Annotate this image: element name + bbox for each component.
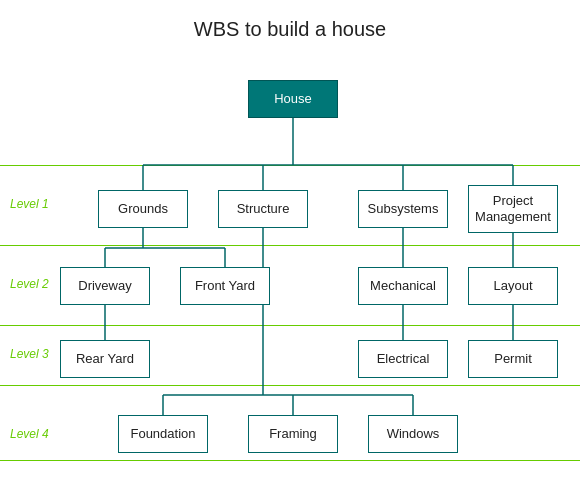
node-framing: Framing: [248, 415, 338, 453]
level1-label: Level 1: [10, 197, 49, 211]
node-layout: Layout: [468, 267, 558, 305]
level3-bottom-line: [0, 385, 580, 386]
node-windows: Windows: [368, 415, 458, 453]
level1-bottom-line: [0, 245, 580, 246]
level4-bottom-line: [0, 460, 580, 461]
node-foundation: Foundation: [118, 415, 208, 453]
node-permit: Permit: [468, 340, 558, 378]
level2-label: Level 2: [10, 277, 49, 291]
level3-label: Level 3: [10, 347, 49, 361]
node-electrical: Electrical: [358, 340, 448, 378]
node-structure: Structure: [218, 190, 308, 228]
page-title: WBS to build a house: [0, 0, 580, 41]
node-front-yard: Front Yard: [180, 267, 270, 305]
node-grounds: Grounds: [98, 190, 188, 228]
node-proj-mgmt: Project Management: [468, 185, 558, 233]
node-subsystems: Subsystems: [358, 190, 448, 228]
node-rear-yard: Rear Yard: [60, 340, 150, 378]
node-driveway: Driveway: [60, 267, 150, 305]
level4-label: Level 4: [10, 427, 49, 441]
page: WBS to build a house Level 1 Level 2 Lev…: [0, 0, 580, 500]
level1-top-line: [0, 165, 580, 166]
node-house: House: [248, 80, 338, 118]
node-mechanical: Mechanical: [358, 267, 448, 305]
level2-bottom-line: [0, 325, 580, 326]
